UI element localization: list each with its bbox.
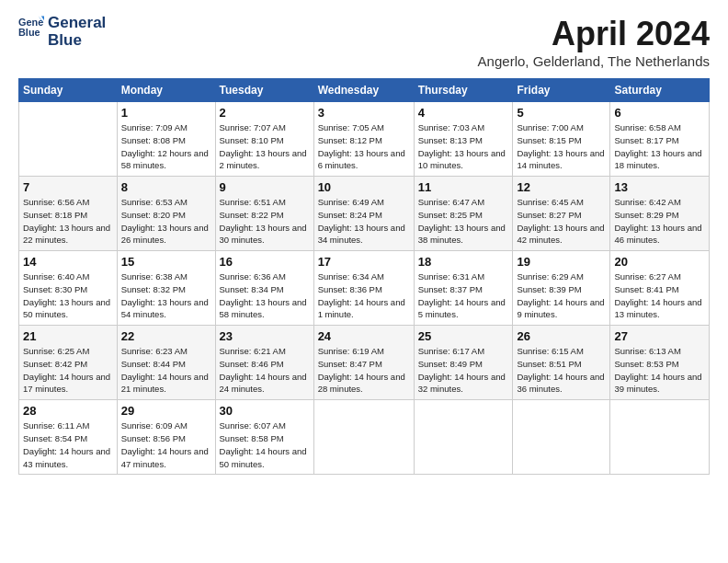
day-number: 17 (318, 255, 410, 269)
logo-icon: General Blue (18, 15, 44, 40)
header-day: Friday (513, 79, 610, 102)
day-number: 15 (121, 255, 211, 269)
calendar-cell: 28Sunrise: 6:11 AMSunset: 8:54 PMDayligh… (19, 400, 118, 475)
day-number: 18 (418, 255, 509, 269)
calendar-cell: 4Sunrise: 7:03 AMSunset: 8:13 PMDaylight… (414, 102, 513, 177)
day-info: Sunrise: 6:36 AMSunset: 8:34 PMDaylight:… (220, 270, 310, 321)
header-row: SundayMondayTuesdayWednesdayThursdayFrid… (19, 79, 710, 102)
day-info: Sunrise: 7:05 AMSunset: 8:12 PMDaylight:… (318, 121, 410, 172)
day-number: 16 (220, 255, 310, 269)
header-day: Saturday (610, 79, 710, 102)
day-info: Sunrise: 6:56 AMSunset: 8:18 PMDaylight:… (23, 196, 113, 247)
day-info: Sunrise: 6:21 AMSunset: 8:46 PMDaylight:… (220, 345, 310, 396)
calendar-cell: 12Sunrise: 6:45 AMSunset: 8:27 PMDayligh… (513, 177, 610, 251)
calendar-week-row: 28Sunrise: 6:11 AMSunset: 8:54 PMDayligh… (19, 400, 710, 475)
day-number: 24 (318, 329, 410, 343)
location-title: Angerlo, Gelderland, The Netherlands (478, 53, 710, 69)
logo: General Blue General Blue (18, 15, 106, 49)
day-number: 8 (121, 180, 211, 194)
header-day: Sunday (19, 79, 118, 102)
day-number: 9 (220, 180, 310, 194)
day-number: 6 (614, 106, 705, 120)
day-number: 26 (517, 329, 606, 343)
calendar-cell (414, 400, 513, 475)
calendar-week-row: 21Sunrise: 6:25 AMSunset: 8:42 PMDayligh… (19, 326, 710, 400)
calendar-cell: 3Sunrise: 7:05 AMSunset: 8:12 PMDaylight… (313, 102, 414, 177)
calendar-cell: 26Sunrise: 6:15 AMSunset: 8:51 PMDayligh… (513, 326, 610, 400)
calendar-table: SundayMondayTuesdayWednesdayThursdayFrid… (18, 78, 710, 475)
day-info: Sunrise: 6:53 AMSunset: 8:20 PMDaylight:… (121, 196, 211, 247)
calendar-cell: 22Sunrise: 6:23 AMSunset: 8:44 PMDayligh… (117, 326, 215, 400)
title-area: April 2024 Angerlo, Gelderland, The Neth… (478, 15, 710, 69)
day-number: 30 (220, 404, 310, 418)
day-number: 1 (121, 106, 211, 120)
day-number: 23 (220, 329, 310, 343)
day-info: Sunrise: 7:03 AMSunset: 8:13 PMDaylight:… (418, 121, 509, 172)
day-info: Sunrise: 6:29 AMSunset: 8:39 PMDaylight:… (517, 270, 606, 321)
calendar-cell (313, 400, 414, 475)
day-info: Sunrise: 6:13 AMSunset: 8:53 PMDaylight:… (614, 345, 705, 396)
day-number: 19 (517, 255, 606, 269)
day-number: 7 (23, 180, 113, 194)
calendar-cell: 30Sunrise: 6:07 AMSunset: 8:58 PMDayligh… (215, 400, 313, 475)
day-number: 27 (614, 329, 705, 343)
day-number: 25 (418, 329, 509, 343)
day-info: Sunrise: 6:31 AMSunset: 8:37 PMDaylight:… (418, 270, 509, 321)
calendar-cell: 20Sunrise: 6:27 AMSunset: 8:41 PMDayligh… (610, 251, 710, 326)
day-info: Sunrise: 6:25 AMSunset: 8:42 PMDaylight:… (23, 345, 113, 396)
day-info: Sunrise: 6:40 AMSunset: 8:30 PMDaylight:… (23, 270, 113, 321)
calendar-cell: 6Sunrise: 6:58 AMSunset: 8:17 PMDaylight… (610, 102, 710, 177)
day-info: Sunrise: 6:11 AMSunset: 8:54 PMDaylight:… (23, 419, 113, 470)
day-number: 29 (121, 404, 211, 418)
header-day: Wednesday (313, 79, 414, 102)
header-day: Monday (117, 79, 215, 102)
svg-text:Blue: Blue (18, 27, 40, 38)
day-number: 3 (318, 106, 410, 120)
page: General Blue General Blue April 2024 Ang… (0, 0, 728, 484)
calendar-cell: 19Sunrise: 6:29 AMSunset: 8:39 PMDayligh… (513, 251, 610, 326)
calendar-cell (513, 400, 610, 475)
day-number: 2 (220, 106, 310, 120)
calendar-cell: 1Sunrise: 7:09 AMSunset: 8:08 PMDaylight… (117, 102, 215, 177)
calendar-cell: 5Sunrise: 7:00 AMSunset: 8:15 PMDaylight… (513, 102, 610, 177)
logo-blue: Blue (48, 32, 106, 50)
day-number: 11 (418, 180, 509, 194)
day-number: 22 (121, 329, 211, 343)
header-day: Tuesday (215, 79, 313, 102)
day-info: Sunrise: 6:17 AMSunset: 8:49 PMDaylight:… (418, 345, 509, 396)
calendar-cell: 13Sunrise: 6:42 AMSunset: 8:29 PMDayligh… (610, 177, 710, 251)
day-info: Sunrise: 6:45 AMSunset: 8:27 PMDaylight:… (517, 196, 606, 247)
day-info: Sunrise: 6:15 AMSunset: 8:51 PMDaylight:… (517, 345, 606, 396)
day-info: Sunrise: 7:07 AMSunset: 8:10 PMDaylight:… (220, 121, 310, 172)
calendar-cell: 18Sunrise: 6:31 AMSunset: 8:37 PMDayligh… (414, 251, 513, 326)
day-info: Sunrise: 6:47 AMSunset: 8:25 PMDaylight:… (418, 196, 509, 247)
day-info: Sunrise: 6:38 AMSunset: 8:32 PMDaylight:… (121, 270, 211, 321)
calendar-cell: 10Sunrise: 6:49 AMSunset: 8:24 PMDayligh… (313, 177, 414, 251)
month-title: April 2024 (478, 15, 710, 53)
day-info: Sunrise: 6:19 AMSunset: 8:47 PMDaylight:… (318, 345, 410, 396)
day-info: Sunrise: 6:49 AMSunset: 8:24 PMDaylight:… (318, 196, 410, 247)
day-info: Sunrise: 6:23 AMSunset: 8:44 PMDaylight:… (121, 345, 211, 396)
day-number: 20 (614, 255, 705, 269)
day-info: Sunrise: 6:42 AMSunset: 8:29 PMDaylight:… (614, 196, 705, 247)
calendar-cell: 24Sunrise: 6:19 AMSunset: 8:47 PMDayligh… (313, 326, 414, 400)
calendar-cell: 23Sunrise: 6:21 AMSunset: 8:46 PMDayligh… (215, 326, 313, 400)
calendar-cell: 29Sunrise: 6:09 AMSunset: 8:56 PMDayligh… (117, 400, 215, 475)
calendar-week-row: 1Sunrise: 7:09 AMSunset: 8:08 PMDaylight… (19, 102, 710, 177)
calendar-cell: 11Sunrise: 6:47 AMSunset: 8:25 PMDayligh… (414, 177, 513, 251)
calendar-cell (19, 102, 118, 177)
calendar-cell (610, 400, 710, 475)
calendar-cell: 9Sunrise: 6:51 AMSunset: 8:22 PMDaylight… (215, 177, 313, 251)
day-number: 21 (23, 329, 113, 343)
calendar-cell: 17Sunrise: 6:34 AMSunset: 8:36 PMDayligh… (313, 251, 414, 326)
calendar-cell: 2Sunrise: 7:07 AMSunset: 8:10 PMDaylight… (215, 102, 313, 177)
calendar-cell: 16Sunrise: 6:36 AMSunset: 8:34 PMDayligh… (215, 251, 313, 326)
day-number: 10 (318, 180, 410, 194)
day-number: 28 (23, 404, 113, 418)
day-number: 14 (23, 255, 113, 269)
calendar-cell: 25Sunrise: 6:17 AMSunset: 8:49 PMDayligh… (414, 326, 513, 400)
calendar-cell: 15Sunrise: 6:38 AMSunset: 8:32 PMDayligh… (117, 251, 215, 326)
calendar-cell: 27Sunrise: 6:13 AMSunset: 8:53 PMDayligh… (610, 326, 710, 400)
day-info: Sunrise: 6:58 AMSunset: 8:17 PMDaylight:… (614, 121, 705, 172)
calendar-cell: 8Sunrise: 6:53 AMSunset: 8:20 PMDaylight… (117, 177, 215, 251)
